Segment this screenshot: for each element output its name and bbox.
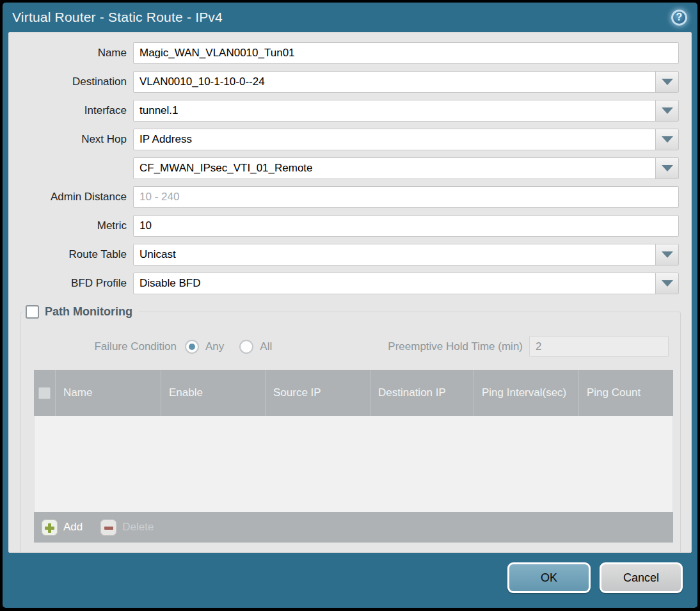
- failure-condition-label: Failure Condition: [21, 340, 185, 353]
- bfd-profile-dropdown[interactable]: Disable BFD: [133, 273, 679, 294]
- destination-value: VLAN0010_10-1-10-0--24: [134, 72, 655, 92]
- path-monitoring-legend: Path Monitoring: [23, 302, 139, 321]
- select-all-checkbox[interactable]: [38, 387, 51, 399]
- next-hop-address-value: CF_MWAN_IPsec_VTI_01_Remote: [134, 158, 655, 179]
- add-button-label: Add: [63, 521, 83, 534]
- radio-any-label: Any: [205, 340, 224, 353]
- delete-button-label: Delete: [122, 521, 154, 534]
- admin-distance-label: Admin Distance: [9, 191, 133, 203]
- name-label: Name: [9, 47, 133, 60]
- bfd-profile-label: BFD Profile: [9, 277, 133, 290]
- table-body-empty: [34, 416, 673, 512]
- ok-button[interactable]: OK: [507, 562, 591, 593]
- route-table-label: Route Table: [9, 248, 133, 261]
- next-hop-label: Next Hop: [9, 133, 133, 146]
- radio-any[interactable]: [185, 340, 199, 354]
- chevron-down-icon: [662, 165, 673, 171]
- metric-label: Metric: [9, 219, 133, 232]
- dialog-virtual-router-static-route: Virtual Router - Static Route - IPv4 ? N…: [3, 3, 697, 608]
- path-monitoring-checkbox[interactable]: [26, 305, 39, 319]
- plus-icon: [42, 520, 58, 536]
- interface-dropdown-button[interactable]: [655, 100, 678, 121]
- preemptive-hold-time-input[interactable]: [529, 336, 669, 357]
- radio-all[interactable]: [239, 340, 253, 354]
- bfd-profile-dropdown-button[interactable]: [655, 273, 678, 294]
- page-title: Virtual Router - Static Route - IPv4: [12, 10, 223, 25]
- cancel-button[interactable]: Cancel: [600, 562, 683, 593]
- destination-label: Destination: [9, 75, 133, 88]
- column-header-ping-count[interactable]: Ping Count: [579, 370, 673, 416]
- next-hop-address-dropdown-button[interactable]: [655, 158, 678, 179]
- destination-dropdown[interactable]: VLAN0010_10-1-10-0--24: [133, 71, 679, 93]
- table-header-row: Name Enable Source IP Destination IP Pin…: [34, 370, 673, 416]
- path-monitoring-section: Path Monitoring Failure Condition Any Al…: [20, 312, 681, 553]
- minus-icon: [100, 520, 116, 536]
- chevron-down-icon: [662, 251, 673, 258]
- form-row-interface: Interface tunnel.1: [9, 100, 679, 122]
- column-header-name[interactable]: Name: [56, 370, 161, 416]
- column-header-source-ip[interactable]: Source IP: [266, 370, 370, 416]
- failure-condition-any-option: Any: [185, 340, 224, 354]
- route-table-dropdown[interactable]: Unicast: [133, 244, 679, 266]
- form-row-name: Name: [9, 42, 679, 64]
- route-table-dropdown-button[interactable]: [655, 244, 678, 265]
- dialog-footer: OK Cancel: [3, 553, 697, 608]
- chevron-down-icon: [662, 79, 673, 85]
- chevron-down-icon: [662, 107, 673, 114]
- table-footer: Add Delete: [34, 512, 673, 543]
- form-row-next-hop: Next Hop IP Address: [9, 129, 679, 150]
- delete-button[interactable]: Delete: [100, 520, 154, 536]
- help-icon[interactable]: ?: [671, 10, 687, 26]
- failure-condition-row: Failure Condition Any All Preemptive Hol…: [21, 336, 680, 357]
- interface-dropdown[interactable]: tunnel.1: [133, 100, 679, 122]
- chevron-down-icon: [662, 136, 673, 143]
- form-row-route-table: Route Table Unicast: [9, 244, 679, 266]
- dialog-body: Name Destination VLAN0010_10-1-10-0--24 …: [8, 32, 692, 553]
- add-button[interactable]: Add: [42, 520, 83, 536]
- path-monitoring-table: Name Enable Source IP Destination IP Pin…: [34, 370, 673, 543]
- form-row-next-hop-address: CF_MWAN_IPsec_VTI_01_Remote: [9, 157, 679, 179]
- route-table-value: Unicast: [134, 244, 655, 265]
- next-hop-type-dropdown[interactable]: IP Address: [133, 129, 679, 150]
- destination-dropdown-button[interactable]: [655, 72, 678, 92]
- form-row-metric: Metric: [9, 215, 679, 237]
- chevron-down-icon: [662, 280, 673, 287]
- interface-value: tunnel.1: [134, 100, 655, 121]
- failure-condition-all-option: All: [239, 340, 272, 354]
- interface-label: Interface: [9, 104, 133, 117]
- name-input[interactable]: [133, 42, 679, 64]
- next-hop-address-dropdown[interactable]: CF_MWAN_IPsec_VTI_01_Remote: [133, 157, 679, 179]
- select-all-cell: [34, 370, 56, 416]
- admin-distance-input[interactable]: [133, 186, 679, 208]
- next-hop-type-value: IP Address: [134, 129, 655, 150]
- preemptive-hold-time-group: Preemptive Hold Time (min): [388, 336, 669, 357]
- metric-input[interactable]: [133, 215, 679, 237]
- column-header-enable[interactable]: Enable: [161, 370, 266, 416]
- column-header-destination-ip[interactable]: Destination IP: [370, 370, 474, 416]
- column-header-ping-interval[interactable]: Ping Interval(sec): [474, 370, 579, 416]
- form-row-destination: Destination VLAN0010_10-1-10-0--24: [9, 71, 679, 93]
- path-monitoring-title: Path Monitoring: [45, 305, 132, 319]
- bfd-profile-value: Disable BFD: [134, 273, 655, 294]
- next-hop-type-dropdown-button[interactable]: [655, 129, 678, 150]
- radio-all-label: All: [260, 340, 272, 353]
- form-row-admin-distance: Admin Distance: [9, 186, 679, 208]
- titlebar: Virtual Router - Static Route - IPv4 ?: [3, 3, 697, 32]
- preemptive-hold-time-label: Preemptive Hold Time (min): [388, 340, 523, 353]
- form-row-bfd-profile: BFD Profile Disable BFD: [9, 273, 679, 294]
